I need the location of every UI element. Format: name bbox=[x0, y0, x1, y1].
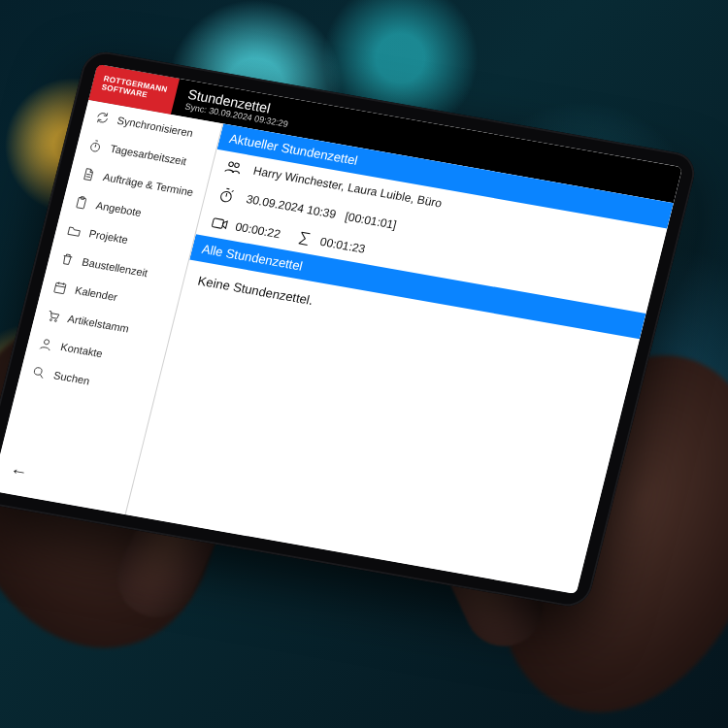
svg-point-5 bbox=[54, 319, 56, 321]
timer-total-value: 00:01:23 bbox=[318, 235, 366, 256]
sidebar-label: Tagesarbeitszeit bbox=[109, 143, 187, 167]
trash-icon bbox=[57, 249, 77, 267]
sidebar-label: Synchronisieren bbox=[116, 115, 195, 139]
sum-icon bbox=[291, 228, 316, 248]
svg-point-6 bbox=[44, 339, 50, 345]
sidebar-label: Angebote bbox=[95, 199, 143, 218]
svg-rect-3 bbox=[53, 282, 65, 293]
sidebar-label: Kalender bbox=[74, 284, 118, 303]
svg-point-9 bbox=[234, 163, 240, 168]
sync-icon bbox=[92, 109, 112, 126]
record-icon bbox=[207, 214, 232, 234]
svg-point-4 bbox=[50, 318, 51, 320]
sidebar-label: Suchen bbox=[52, 369, 91, 386]
svg-point-8 bbox=[228, 162, 234, 167]
clipboard-icon bbox=[72, 193, 91, 211]
calendar-icon bbox=[50, 279, 70, 296]
back-icon: ← bbox=[8, 460, 30, 482]
sidebar-label: Kontakte bbox=[59, 341, 104, 359]
svg-point-0 bbox=[89, 142, 100, 151]
back-button[interactable]: ← bbox=[0, 448, 46, 499]
cart-icon bbox=[44, 307, 63, 324]
sidebar-label: Baustellenzeit bbox=[81, 256, 149, 280]
app-screen: ROTTGERMANN SOFTWARE Stundenzettel Sync:… bbox=[0, 64, 682, 594]
svg-rect-11 bbox=[212, 218, 224, 229]
started-elapsed: [00:01:01] bbox=[344, 210, 398, 232]
person-icon bbox=[36, 335, 55, 352]
search-icon bbox=[29, 363, 49, 381]
folder-icon bbox=[64, 221, 83, 239]
stopwatch-icon bbox=[214, 185, 239, 206]
empty-text: Keine Stundenzettel. bbox=[196, 274, 314, 308]
stopwatch-icon bbox=[85, 137, 105, 154]
sidebar-label: Projekte bbox=[87, 227, 129, 246]
svg-point-7 bbox=[33, 367, 42, 376]
sidebar-label: Artikelstamm bbox=[67, 313, 131, 335]
timer-rec-value: 00:00:22 bbox=[234, 219, 281, 241]
people-icon bbox=[221, 156, 247, 177]
main-content: Aktueller Stundenzettel Harry Winchester… bbox=[126, 123, 674, 593]
document-icon bbox=[79, 165, 98, 182]
